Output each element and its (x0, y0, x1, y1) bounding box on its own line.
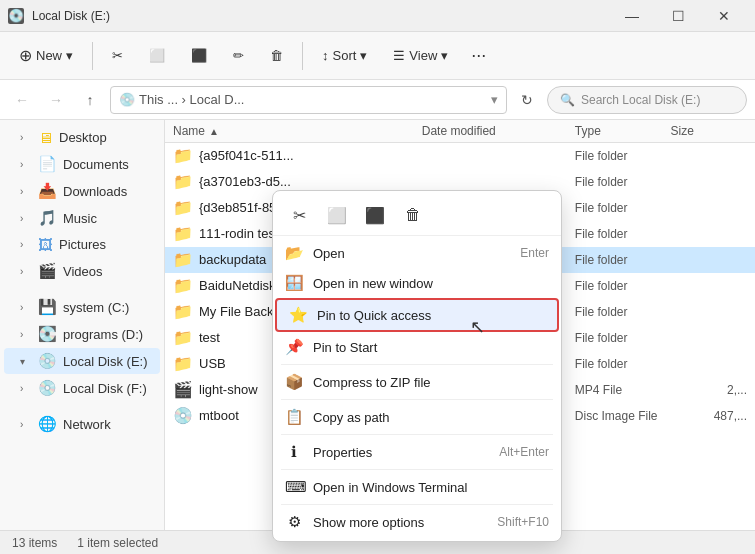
sidebar-item-network[interactable]: › 🌐 Network (4, 411, 160, 437)
table-row[interactable]: 📁 {a95f041c-511... File folder (165, 143, 755, 169)
close-button[interactable]: ✕ (701, 0, 747, 32)
sidebar-item-videos[interactable]: › 🎬 Videos (4, 258, 160, 284)
ctx-pin-quick-access[interactable]: ⭐ Pin to Quick access (275, 298, 559, 332)
maximize-button[interactable]: ☐ (655, 0, 701, 32)
file-size-cell: 487,... (670, 409, 747, 423)
ctx-compress-zip[interactable]: 📦 Compress to ZIP file (273, 367, 561, 397)
file-type-cell: File folder (575, 305, 671, 319)
sidebar-item-label: Desktop (59, 130, 107, 145)
file-list-header: Name ▲ Date modified Type Size (165, 120, 755, 143)
back-button[interactable]: ← (8, 86, 36, 114)
ctx-open[interactable]: 📂 Open Enter (273, 238, 561, 268)
ctx-copy-path-icon: 📋 (285, 408, 303, 426)
toolbar-sep-2 (302, 42, 303, 70)
address-input[interactable]: 💿 This ... › Local D... ▾ (110, 86, 507, 114)
ctx-paste-button[interactable]: ⬛ (357, 199, 393, 231)
copy-button[interactable]: ⬜ (138, 38, 176, 74)
ctx-copy-button[interactable]: ⬜ (319, 199, 355, 231)
ctx-open-icon: 📂 (285, 244, 303, 262)
sidebar-item-pictures[interactable]: › 🖼 Pictures (4, 232, 160, 257)
video-icon: 🎬 (173, 380, 193, 399)
ctx-properties[interactable]: ℹ Properties Alt+Enter (273, 437, 561, 467)
title-bar-controls: — ☐ ✕ (609, 0, 747, 32)
sidebar-item-music[interactable]: › 🎵 Music (4, 205, 160, 231)
expand-icon: › (20, 419, 32, 430)
sidebar-item-system-c[interactable]: › 💾 system (C:) (4, 294, 160, 320)
ctx-copy-icon: ⬜ (327, 206, 347, 225)
sidebar-item-downloads[interactable]: › 📥 Downloads (4, 178, 160, 204)
delete-button[interactable]: 🗑 (259, 38, 294, 74)
folder-icon: 📁 (173, 198, 193, 217)
header-size[interactable]: Size (670, 124, 747, 138)
view-label: View (409, 48, 437, 63)
up-button[interactable]: ↑ (76, 86, 104, 114)
ctx-properties-shortcut: Alt+Enter (499, 445, 549, 459)
context-menu: ✂ ⬜ ⬛ 🗑 📂 Open Enter 🪟 Open in new windo… (272, 190, 562, 542)
paste-button[interactable]: ⬛ (180, 38, 218, 74)
ctx-delete-button[interactable]: 🗑 (395, 199, 431, 231)
ctx-cut-icon: ✂ (293, 206, 306, 225)
sidebar: › 🖥 Desktop › 📄 Documents › 📥 Downloads … (0, 120, 165, 530)
expand-icon: › (20, 132, 32, 143)
ctx-terminal-icon: ⌨ (285, 478, 303, 496)
disc-icon: 💿 (173, 406, 193, 425)
header-date[interactable]: Date modified (422, 124, 575, 138)
ctx-pin-quick-label: Pin to Quick access (317, 308, 535, 323)
new-button[interactable]: ⊕ New ▾ (8, 38, 84, 74)
sidebar-item-programs-d[interactable]: › 💽 programs (D:) (4, 321, 160, 347)
ctx-new-window-label: Open in new window (313, 276, 539, 291)
ctx-delete-icon: 🗑 (405, 206, 421, 224)
header-type[interactable]: Type (575, 124, 671, 138)
new-label: New (36, 48, 62, 63)
header-name[interactable]: Name ▲ (173, 124, 422, 138)
file-type-cell: File folder (575, 227, 671, 241)
address-icon: 💿 (119, 92, 135, 107)
expand-icon: › (20, 159, 32, 170)
sidebar-item-desktop[interactable]: › 🖥 Desktop (4, 125, 160, 150)
file-type-cell: File folder (575, 149, 671, 163)
folder-icon: 📁 (173, 302, 193, 321)
sidebar-item-label: system (C:) (63, 300, 129, 315)
sort-button[interactable]: ↕ Sort ▾ (311, 38, 378, 74)
ctx-more-options-label: Show more options (313, 515, 487, 530)
ctx-properties-icon: ℹ (285, 443, 303, 461)
ctx-properties-label: Properties (313, 445, 489, 460)
cut-button[interactable]: ✂ (101, 38, 134, 74)
items-count: 13 items (12, 536, 57, 550)
folder-icon: 📁 (173, 328, 193, 347)
file-type-cell: File folder (575, 201, 671, 215)
forward-button[interactable]: → (42, 86, 70, 114)
folder-icon: 📁 (173, 354, 193, 373)
ctx-new-window-icon: 🪟 (285, 274, 303, 292)
ctx-show-more-options[interactable]: ⚙ Show more options Shift+F10 (273, 507, 561, 537)
ctx-sep-2 (281, 399, 553, 400)
ctx-sep-5 (281, 504, 553, 505)
ctx-cut-button[interactable]: ✂ (281, 199, 317, 231)
search-box[interactable]: 🔍 Search Local Disk (E:) (547, 86, 747, 114)
minimize-button[interactable]: — (609, 0, 655, 32)
address-dropdown-icon[interactable]: ▾ (491, 92, 498, 107)
expand-icon: › (20, 186, 32, 197)
sidebar-item-local-e[interactable]: ▾ 💿 Local Disk (E:) (4, 348, 160, 374)
desktop-icon: 🖥 (38, 129, 53, 146)
ctx-open-label: Open (313, 246, 510, 261)
ctx-open-shortcut: Enter (520, 246, 549, 260)
ctx-open-terminal[interactable]: ⌨ Open in Windows Terminal (273, 472, 561, 502)
file-type-cell: Disc Image File (575, 409, 671, 423)
folder-icon: 📁 (173, 276, 193, 295)
ctx-copy-path[interactable]: 📋 Copy as path (273, 402, 561, 432)
address-bar: ← → ↑ 💿 This ... › Local D... ▾ ↻ 🔍 Sear… (0, 80, 755, 120)
ctx-open-new-window[interactable]: 🪟 Open in new window (273, 268, 561, 298)
sidebar-item-local-f[interactable]: › 💿 Local Disk (F:) (4, 375, 160, 401)
file-type-cell: File folder (575, 175, 671, 189)
view-button[interactable]: ☰ View ▾ (382, 38, 459, 74)
ctx-compress-icon: 📦 (285, 373, 303, 391)
ctx-pin-start[interactable]: 📌 Pin to Start (273, 332, 561, 362)
file-type-cell: MP4 File (575, 383, 671, 397)
music-icon: 🎵 (38, 209, 57, 227)
sidebar-item-documents[interactable]: › 📄 Documents (4, 151, 160, 177)
more-button[interactable]: ··· (463, 41, 494, 70)
rename-button[interactable]: ✏ (222, 38, 255, 74)
cut-icon: ✂ (112, 48, 123, 63)
refresh-button[interactable]: ↻ (513, 86, 541, 114)
